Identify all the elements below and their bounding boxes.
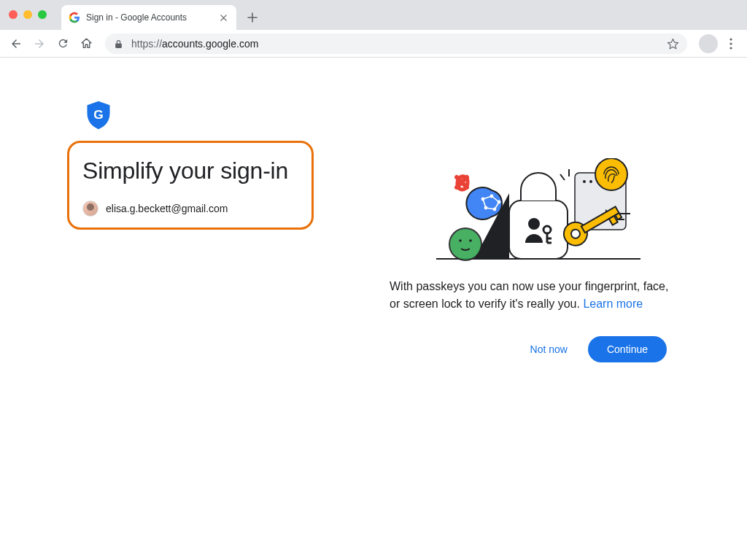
browser-menu-button[interactable] bbox=[721, 34, 741, 54]
account-chip[interactable]: elisa.g.beckett@gmail.com bbox=[82, 201, 298, 217]
continue-button[interactable]: Continue bbox=[588, 336, 667, 362]
svg-text:G: G bbox=[93, 107, 103, 122]
svg-line-8 bbox=[560, 174, 565, 180]
svg-point-18 bbox=[449, 228, 481, 260]
svg-rect-12 bbox=[509, 201, 568, 259]
profile-avatar-button[interactable] bbox=[699, 34, 718, 53]
svg-point-2 bbox=[729, 47, 732, 49]
svg-point-7 bbox=[589, 180, 592, 183]
svg-point-6 bbox=[583, 180, 586, 183]
google-favicon-icon bbox=[69, 12, 80, 23]
svg-point-0 bbox=[729, 38, 732, 40]
address-bar[interactable]: https://accounts.google.com bbox=[105, 34, 687, 54]
action-button-row: Not now Continue bbox=[390, 336, 667, 362]
window-maximize-button[interactable] bbox=[38, 10, 47, 19]
browser-tab-active[interactable]: Sign in - Google Accounts bbox=[61, 5, 236, 30]
browser-toolbar: https://accounts.google.com bbox=[0, 30, 747, 58]
tab-title: Sign in - Google Accounts bbox=[86, 12, 212, 23]
new-tab-button[interactable] bbox=[242, 7, 263, 28]
svg-point-13 bbox=[528, 218, 540, 230]
reload-button[interactable] bbox=[53, 34, 73, 54]
home-button[interactable] bbox=[76, 34, 96, 54]
not-now-button[interactable]: Not now bbox=[527, 336, 570, 362]
svg-point-20 bbox=[469, 239, 472, 242]
back-button[interactable] bbox=[6, 34, 26, 54]
page-headline: Simplify your sign-in bbox=[82, 158, 298, 184]
window-minimize-button[interactable] bbox=[23, 10, 32, 19]
browser-tab-strip: Sign in - Google Accounts bbox=[0, 0, 747, 30]
lock-icon bbox=[114, 39, 124, 49]
window-controls bbox=[9, 10, 47, 19]
window-close-button[interactable] bbox=[9, 10, 18, 19]
page-content: G Simplify your sign-in elisa.g.beckett@… bbox=[0, 58, 747, 560]
user-email: elisa.g.beckett@gmail.com bbox=[106, 203, 228, 214]
passkey-description: With passkeys you can now use your finge… bbox=[390, 278, 681, 313]
svg-point-1 bbox=[729, 42, 732, 44]
forward-button[interactable] bbox=[29, 34, 50, 54]
svg-point-19 bbox=[459, 239, 462, 242]
headline-highlight-box: Simplify your sign-in elisa.g.beckett@gm… bbox=[67, 141, 314, 230]
learn-more-link[interactable]: Learn more bbox=[583, 298, 643, 310]
google-shield-icon: G bbox=[85, 100, 112, 133]
bookmark-star-icon[interactable] bbox=[667, 38, 678, 50]
user-avatar-icon bbox=[82, 201, 98, 217]
url-text: https://accounts.google.com bbox=[131, 38, 659, 50]
passkey-illustration bbox=[436, 158, 640, 260]
tab-close-button[interactable] bbox=[217, 12, 229, 23]
